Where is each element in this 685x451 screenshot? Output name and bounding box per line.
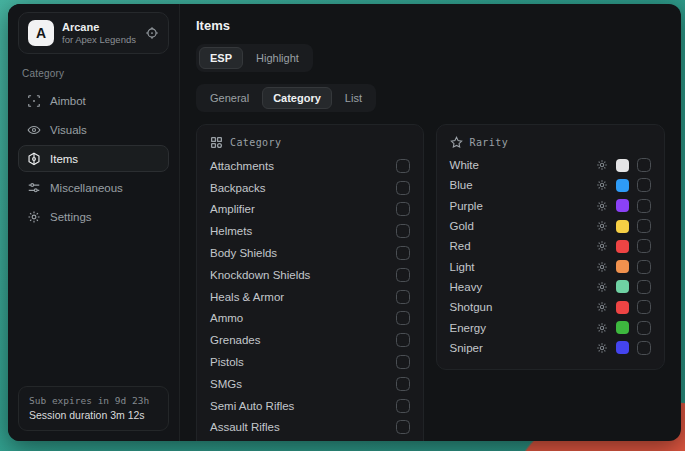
gear-small-icon[interactable] xyxy=(596,159,608,171)
main-content: Items ESPHighlight GeneralCategoryList C… xyxy=(180,4,681,441)
rarity-row-label: Heavy xyxy=(450,281,483,293)
page-title: Items xyxy=(196,18,665,33)
category-row: SMGs xyxy=(210,373,410,395)
rarity-row-label: Gold xyxy=(450,220,474,232)
rarity-checkbox[interactable] xyxy=(637,158,651,172)
category-checkbox[interactable] xyxy=(396,311,410,325)
rarity-checkbox[interactable] xyxy=(637,239,651,253)
category-checkbox[interactable] xyxy=(396,333,410,347)
category-row: Body Shields xyxy=(210,242,410,264)
gear-icon xyxy=(27,210,41,224)
rarity-row: Red xyxy=(450,236,651,256)
sidebar-item-settings[interactable]: Settings xyxy=(18,203,169,230)
category-checkbox[interactable] xyxy=(396,159,410,173)
grid-icon xyxy=(210,136,223,149)
category-row-label: SMGs xyxy=(210,378,242,390)
gear-small-icon[interactable] xyxy=(596,200,608,212)
category-checkbox[interactable] xyxy=(396,181,410,195)
category-row-label: Knockdown Shields xyxy=(210,269,310,281)
rarity-row: Light xyxy=(450,256,651,276)
sidebar: A Arcane for Apex Legends Category Aimbo… xyxy=(8,4,180,441)
rarity-row: Blue xyxy=(450,175,651,195)
category-row: Attachments xyxy=(210,155,410,177)
color-swatch[interactable] xyxy=(616,240,629,253)
color-swatch[interactable] xyxy=(616,321,629,334)
tab-category[interactable]: Category xyxy=(262,87,332,109)
category-panel: Category AttachmentsBackpacksAmplifierHe… xyxy=(196,124,424,441)
gear-small-icon[interactable] xyxy=(596,240,608,252)
rarity-row-label: White xyxy=(450,159,479,171)
category-checkbox[interactable] xyxy=(396,246,410,260)
category-row-label: Ammo xyxy=(210,312,243,324)
gear-small-icon[interactable] xyxy=(596,301,608,313)
color-swatch[interactable] xyxy=(616,280,629,293)
category-checkbox[interactable] xyxy=(396,202,410,216)
category-checkbox[interactable] xyxy=(396,290,410,304)
mode-highlight[interactable]: Highlight xyxy=(245,47,310,69)
crosshair-icon xyxy=(27,94,41,108)
sidebar-item-label: Items xyxy=(50,153,78,165)
category-row-label: Body Shields xyxy=(210,247,277,259)
tab-bar: GeneralCategoryList xyxy=(196,84,376,112)
category-row: Heals & Armor xyxy=(210,286,410,308)
color-swatch[interactable] xyxy=(616,220,629,233)
category-row-label: Heals & Armor xyxy=(210,291,284,303)
rarity-checkbox[interactable] xyxy=(637,199,651,213)
gear-small-icon[interactable] xyxy=(596,322,608,334)
color-swatch[interactable] xyxy=(616,159,629,172)
category-checkbox[interactable] xyxy=(396,420,410,434)
rarity-row: Shotgun xyxy=(450,297,651,317)
category-row-label: Attachments xyxy=(210,160,274,172)
category-checkbox[interactable] xyxy=(396,377,410,391)
sidebar-item-aimbot[interactable]: Aimbot xyxy=(18,87,169,114)
app-name: Arcane xyxy=(62,21,137,34)
gear-small-icon[interactable] xyxy=(596,281,608,293)
rarity-checkbox[interactable] xyxy=(637,300,651,314)
rarity-row: White xyxy=(450,155,651,175)
tab-list[interactable]: List xyxy=(334,87,373,109)
sliders-icon xyxy=(27,181,41,195)
category-checkbox[interactable] xyxy=(396,224,410,238)
category-row: Backpacks xyxy=(210,177,410,199)
rarity-checkbox[interactable] xyxy=(637,280,651,294)
rarity-row: Gold xyxy=(450,216,651,236)
color-swatch[interactable] xyxy=(616,179,629,192)
sidebar-item-label: Miscellaneous xyxy=(50,182,123,194)
target-icon[interactable] xyxy=(145,26,159,40)
gear-small-icon[interactable] xyxy=(596,261,608,273)
color-swatch[interactable] xyxy=(616,301,629,314)
color-swatch[interactable] xyxy=(616,199,629,212)
rarity-checkbox[interactable] xyxy=(637,321,651,335)
category-row-label: Backpacks xyxy=(210,182,266,194)
sidebar-item-miscellaneous[interactable]: Miscellaneous xyxy=(18,174,169,201)
category-panel-title: Category xyxy=(230,137,281,148)
tab-general[interactable]: General xyxy=(199,87,260,109)
rarity-row-label: Blue xyxy=(450,179,473,191)
category-row: Semi Auto Rifles xyxy=(210,395,410,417)
gear-small-icon[interactable] xyxy=(596,179,608,191)
category-row: Assault Rifles xyxy=(210,417,410,439)
category-row: Ammo xyxy=(210,308,410,330)
category-checkbox[interactable] xyxy=(396,268,410,282)
color-swatch[interactable] xyxy=(616,260,629,273)
gear-small-icon[interactable] xyxy=(596,342,608,354)
rarity-row: Sniper xyxy=(450,338,651,358)
rarity-checkbox[interactable] xyxy=(637,341,651,355)
sidebar-item-visuals[interactable]: Visuals xyxy=(18,116,169,143)
rarity-checkbox[interactable] xyxy=(637,219,651,233)
mode-esp[interactable]: ESP xyxy=(199,47,243,69)
sidebar-item-label: Aimbot xyxy=(50,95,86,107)
rarity-panel: Rarity WhiteBluePurpleGoldRedLightHeavyS… xyxy=(436,124,665,370)
rarity-checkbox[interactable] xyxy=(637,178,651,192)
rarity-checkbox[interactable] xyxy=(637,260,651,274)
category-row: Grenades xyxy=(210,329,410,351)
color-swatch[interactable] xyxy=(616,341,629,354)
gear-small-icon[interactable] xyxy=(596,220,608,232)
sidebar-item-items[interactable]: Items xyxy=(18,145,169,172)
category-row-label: Pistols xyxy=(210,356,244,368)
app-window: A Arcane for Apex Legends Category Aimbo… xyxy=(8,4,681,441)
mode-toggle: ESPHighlight xyxy=(196,44,313,72)
rarity-row-label: Purple xyxy=(450,200,483,212)
category-checkbox[interactable] xyxy=(396,399,410,413)
category-checkbox[interactable] xyxy=(396,355,410,369)
